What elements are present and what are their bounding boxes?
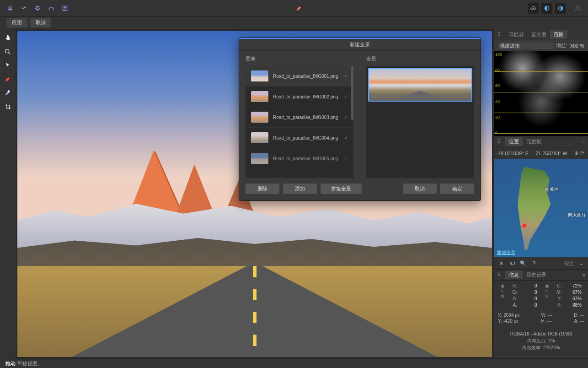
new-panorama-dialog: 新建全景 图像 Road_to_paradise_IMG001.png✓ Roa… <box>239 38 481 201</box>
cancel-button[interactable]: 取消 <box>30 18 51 27</box>
persona-photo-icon[interactable] <box>5 3 16 14</box>
longitude-value: 71.253783° W <box>535 151 567 156</box>
split-after-icon[interactable] <box>555 3 566 14</box>
list-item[interactable]: Road_to_paradise_IMG003.png✓ <box>246 107 353 128</box>
check-icon: ✓ <box>344 73 348 79</box>
liquify-icon[interactable] <box>18 3 29 14</box>
search-icon[interactable]: 🔍 <box>519 259 527 267</box>
split-before-icon[interactable] <box>541 3 552 14</box>
apply-button[interactable]: 应用 <box>6 18 27 27</box>
panorama-heading: 全景 <box>366 55 474 62</box>
stitch-button[interactable]: 拼接全景 <box>321 184 362 194</box>
gain-label: 增益: <box>556 42 567 49</box>
check-icon: ✓ <box>344 114 348 120</box>
action-bar: 应用 取消 <box>0 16 588 29</box>
svg-point-0 <box>36 6 39 10</box>
panorama-preview[interactable] <box>368 68 472 102</box>
panel-grip-icon[interactable]: ⠿ <box>497 32 504 38</box>
hand-tool[interactable] <box>3 33 13 43</box>
status-bar: 拖动 平移视图。 <box>0 359 588 368</box>
source-image-list[interactable]: Road_to_paradise_IMG001.png✓ Road_to_par… <box>246 66 353 178</box>
map-label-atl: 南大西洋 <box>568 212 586 218</box>
map-pin-icon <box>523 224 526 227</box>
svg-point-3 <box>533 7 534 9</box>
location-map[interactable]: 南美洲 南大西洋 旅途信息 <box>494 159 588 257</box>
check-icon: ✓ <box>344 156 348 162</box>
cmyk-picker-icon[interactable]: ◉↖⊕ <box>543 283 552 308</box>
top-toolbar <box>0 0 588 16</box>
map-label-sa: 南美洲 <box>545 186 559 193</box>
close-icon[interactable]: ✕ <box>497 259 505 267</box>
tonemap-icon[interactable] <box>46 3 57 14</box>
svg-point-6 <box>577 5 579 8</box>
refresh-icon[interactable]: ⟳ <box>580 150 584 156</box>
crop-tool[interactable] <box>3 102 13 112</box>
svg-point-7 <box>5 49 9 53</box>
eraser-tool[interactable] <box>3 88 13 98</box>
pointer-tool[interactable] <box>3 60 13 70</box>
tab-metadata[interactable]: 元数据 <box>523 137 545 146</box>
latitude-value: 48.021039° S <box>498 151 529 156</box>
tab-location[interactable]: 位置 <box>505 137 523 146</box>
tab-histogram[interactable]: 直方图 <box>528 30 550 39</box>
panel-menu-icon[interactable]: ≡ <box>583 139 585 145</box>
add-button[interactable]: 添加 <box>283 184 317 194</box>
export-icon[interactable] <box>59 3 70 14</box>
quickmask-icon[interactable] <box>528 3 539 14</box>
scope-mode-select[interactable]: 强度波形 <box>498 43 553 49</box>
list-item[interactable]: Road_to_paradise_IMG004.png✓ <box>246 128 353 148</box>
check-icon: ✓ <box>344 135 348 141</box>
map-info-link[interactable]: 旅途信息 <box>494 248 518 257</box>
waveform-scope: 100 80 60 40 20 0 <box>494 51 588 136</box>
right-panel: ⠿ 导航器 直方图 范围 ≡ 强度波形 增益: 300 % 100 80 60 … <box>494 29 588 359</box>
tool-column <box>0 29 16 359</box>
images-heading: 图像 <box>246 55 353 62</box>
tab-info[interactable]: 信息 <box>505 271 523 279</box>
delete-button[interactable]: 删除 <box>246 184 279 194</box>
panel-menu-icon[interactable]: ≡ <box>583 272 585 278</box>
blend-dropdown-icon[interactable]: ⌄ <box>577 259 585 267</box>
zoom-tool[interactable] <box>3 47 13 57</box>
tab-history[interactable]: 历史记录 <box>523 271 550 279</box>
status-mode: 拖动 <box>5 360 16 367</box>
tab-navigator[interactable]: 导航器 <box>505 30 528 39</box>
tag-icon[interactable]: 🏷 <box>508 259 516 267</box>
panel-menu-icon[interactable]: ≡ <box>583 32 585 38</box>
panel-grip-icon[interactable]: ⠿ <box>497 272 504 278</box>
help-icon[interactable]: ? <box>530 259 538 267</box>
locate-icon[interactable]: ⊕ <box>574 150 578 156</box>
status-hint: 平移视图。 <box>17 360 43 367</box>
dialog-ok-button[interactable]: 确定 <box>440 184 474 194</box>
scrollbar[interactable] <box>351 66 353 120</box>
red-brush-tool[interactable] <box>3 74 13 84</box>
panel-grip-icon[interactable]: ⠿ <box>497 139 504 145</box>
user-icon[interactable] <box>572 3 583 14</box>
develop-icon[interactable] <box>32 3 43 14</box>
brush-center-icon[interactable] <box>294 3 305 14</box>
panorama-preview-box <box>366 66 474 178</box>
check-icon: ✓ <box>344 94 348 100</box>
list-item[interactable]: Road_to_paradise_IMG005.png✓ <box>246 148 353 169</box>
tab-scope[interactable]: 范围 <box>550 30 567 39</box>
list-item[interactable]: Road_to_paradise_IMG002.png✓ <box>246 87 353 107</box>
list-item[interactable]: Road_to_paradise_IMG001.png✓ <box>246 66 353 87</box>
rgb-picker-icon[interactable]: ◉↖⊕ <box>498 283 507 308</box>
dialog-cancel-button[interactable]: 取消 <box>403 184 437 194</box>
blend-label: 混合 <box>564 260 574 267</box>
dialog-title: 新建全景 <box>239 38 481 51</box>
color-profile: RGBA/16 - Adobe RGB (1998) <box>497 330 585 337</box>
gain-value[interactable]: 300 % <box>570 43 584 49</box>
